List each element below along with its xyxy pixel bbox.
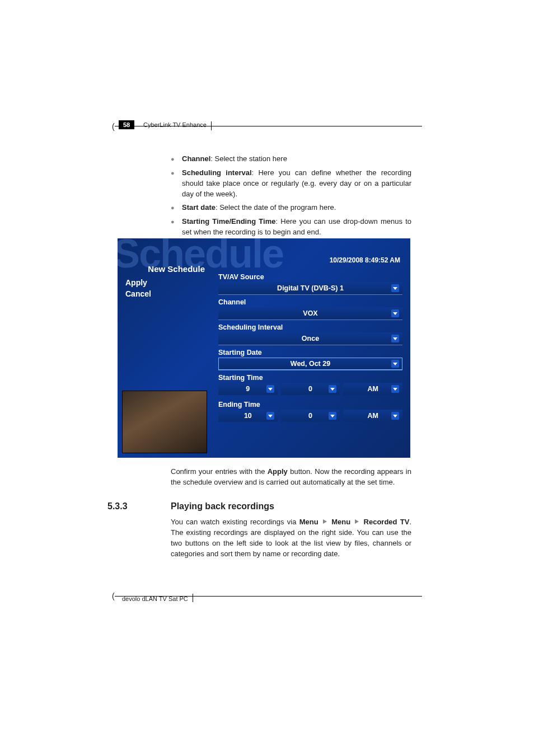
starttime-ampm-value: AM [367, 385, 378, 393]
footer-bracket-icon: ( [112, 591, 115, 600]
bullet-channel: Channel: Select the station here [171, 154, 411, 165]
page-number: 58 [119, 120, 134, 129]
app-timestamp: 10/29/2008 8:49:52 AM [330, 256, 400, 264]
starttime-minute-value: 0 [308, 385, 312, 393]
app-screenshot: Schedule 10/29/2008 8:49:52 AM New Sched… [118, 238, 410, 458]
starttime-label: Starting Time [218, 374, 402, 382]
cancel-button[interactable]: Cancel [118, 288, 213, 299]
bullet-interval: Scheduling interval: Here you can define… [171, 168, 411, 200]
endtime-minute-dropdown[interactable]: 0 [281, 410, 340, 422]
source-value: Digital TV (DVB-S) 1 [277, 284, 344, 292]
chevron-down-icon [266, 385, 274, 393]
bullet-startdate-label: Start date [182, 203, 216, 212]
triangle-right-icon [323, 519, 327, 524]
bullet-channel-text: : Select the station here [210, 154, 287, 163]
app-left-column: New Schedule Apply Cancel [118, 264, 213, 299]
bullet-list-block: Channel: Select the station here Schedul… [171, 154, 411, 241]
footer-product: devolo dLAN TV Sat PC [121, 594, 193, 602]
bullet-times: Starting Time/Ending Time: Here you can … [171, 217, 411, 238]
interval-label: Scheduling Interval [218, 323, 402, 331]
endtime-ampm-dropdown[interactable]: AM [343, 410, 402, 422]
starttime-hour-value: 9 [246, 385, 250, 393]
chevron-down-icon [391, 385, 399, 393]
chevron-down-icon [329, 385, 336, 393]
new-schedule-title: New Schedule [118, 264, 213, 274]
starttime-ampm-dropdown[interactable]: AM [343, 383, 402, 395]
chevron-down-icon [391, 335, 399, 342]
starttime-hour-dropdown[interactable]: 9 [218, 383, 278, 395]
source-dropdown[interactable]: Digital TV (DVB-S) 1 [218, 282, 402, 295]
endtime-minute-value: 0 [308, 412, 312, 420]
bullet-startdate-text: : Select the date of the program here. [216, 203, 336, 212]
startdate-dropdown[interactable]: Wed, Oct 29 [218, 358, 402, 370]
interval-value: Once [302, 335, 319, 342]
bullet-times-label: Starting Time/Ending Time [182, 217, 275, 226]
bullet-channel-label: Channel [182, 154, 210, 163]
endtime-hour-value: 10 [244, 412, 252, 420]
breadcrumb-menu2: Menu [331, 518, 350, 526]
chevron-down-icon [329, 412, 336, 420]
channel-value: VOX [303, 309, 317, 317]
channel-dropdown[interactable]: VOX [218, 307, 402, 320]
starttime-minute-dropdown[interactable]: 0 [281, 383, 340, 395]
interval-dropdown[interactable]: Once [218, 332, 402, 345]
confirm-apply-word: Apply [268, 467, 288, 476]
chevron-down-icon [391, 360, 399, 368]
header-chapter: CyberLink TV Enhance [141, 121, 212, 130]
apply-button[interactable]: Apply [118, 277, 213, 288]
endtime-label: Ending Time [218, 401, 402, 408]
chevron-down-icon [391, 284, 399, 292]
section-body: You can watch existing recordings via Me… [171, 517, 411, 559]
bullet-interval-label: Scheduling interval [182, 168, 252, 177]
breadcrumb-menu1: Menu [299, 518, 318, 526]
source-label: TV/AV Source [218, 273, 402, 281]
chevron-down-icon [391, 412, 399, 420]
triangle-right-icon [355, 519, 359, 524]
channel-label: Channel [218, 298, 402, 306]
chevron-down-icon [266, 412, 274, 420]
startdate-value: Wed, Oct 29 [291, 360, 330, 368]
document-page: ( 58 CyberLink TV Enhance Channel: Selec… [0, 0, 534, 756]
bullet-startdate: Start date: Select the date of the progr… [171, 203, 411, 213]
section-number: 5.3.3 [107, 501, 128, 511]
endtime-hour-dropdown[interactable]: 10 [218, 410, 278, 422]
confirm-paragraph: Confirm your entries with the Apply butt… [171, 467, 411, 488]
confirm-pre: Confirm your entries with the [171, 467, 268, 476]
video-preview [122, 391, 207, 453]
endtime-ampm-value: AM [367, 412, 378, 420]
app-form-column: TV/AV Source Digital TV (DVB-S) 1 Channe… [218, 273, 402, 428]
section-body-pre: You can watch existing recordings via [171, 518, 299, 526]
header-bracket-icon: ( [112, 122, 115, 131]
section-title: Playing back recordings [171, 501, 274, 511]
startdate-label: Starting Date [218, 349, 402, 356]
breadcrumb-menu3: Recorded TV [364, 518, 410, 526]
chevron-down-icon [391, 309, 399, 317]
